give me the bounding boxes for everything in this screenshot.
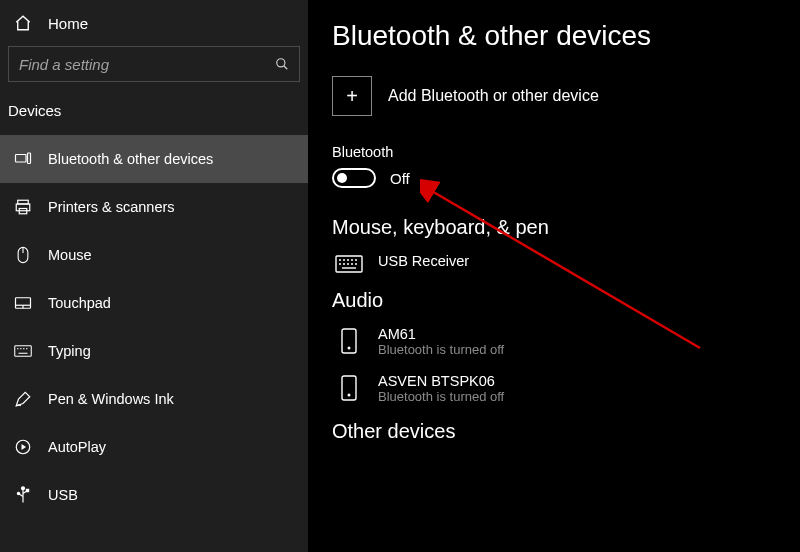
home-icon [12, 14, 34, 32]
mouse-icon [12, 246, 34, 264]
bluetooth-label: Bluetooth [332, 144, 776, 160]
svg-point-22 [17, 492, 19, 494]
keyboard-icon [332, 253, 366, 273]
section-audio-heading: Audio [332, 289, 776, 312]
device-name: ASVEN BTSPK06 [378, 373, 504, 389]
category-heading: Devices [0, 92, 308, 129]
device-name: AM61 [378, 326, 504, 342]
sidebar-item-label: AutoPlay [48, 439, 106, 455]
device-am61[interactable]: AM61 Bluetooth is turned off [332, 326, 776, 357]
sidebar-item-touchpad[interactable]: Touchpad [0, 279, 308, 327]
sidebar-nav: Bluetooth & other devices Printers & sca… [0, 135, 308, 519]
sidebar-item-typing[interactable]: Typing [0, 327, 308, 375]
sidebar-item-autoplay[interactable]: AutoPlay [0, 423, 308, 471]
printer-icon [12, 198, 34, 216]
plus-icon: + [332, 76, 372, 116]
svg-rect-23 [26, 489, 28, 491]
device-status: Bluetooth is turned off [378, 342, 504, 357]
usb-icon [12, 486, 34, 504]
svg-point-39 [348, 394, 351, 397]
main-panel: Bluetooth & other devices + Add Bluetoot… [308, 0, 800, 552]
add-device-button[interactable]: + Add Bluetooth or other device [332, 76, 776, 116]
keyboard-icon [12, 345, 34, 357]
svg-rect-5 [16, 204, 30, 211]
device-name: USB Receiver [378, 253, 469, 269]
sidebar-item-label: USB [48, 487, 78, 503]
sidebar-item-label: Mouse [48, 247, 92, 263]
audio-device-icon [332, 373, 366, 401]
devices-icon [12, 151, 34, 167]
section-mouse-kb-pen-heading: Mouse, keyboard, & pen [332, 216, 776, 239]
autoplay-icon [12, 438, 34, 456]
bluetooth-state: Off [390, 170, 410, 187]
search-field[interactable] [19, 56, 275, 73]
sidebar-item-label: Bluetooth & other devices [48, 151, 213, 167]
sidebar-item-label: Touchpad [48, 295, 111, 311]
sidebar-item-printers[interactable]: Printers & scanners [0, 183, 308, 231]
add-device-label: Add Bluetooth or other device [388, 87, 599, 105]
pen-icon [12, 390, 34, 408]
sidebar-item-label: Pen & Windows Ink [48, 391, 174, 407]
sidebar-item-pen[interactable]: Pen & Windows Ink [0, 375, 308, 423]
search-icon [275, 57, 289, 71]
svg-line-1 [284, 66, 288, 70]
svg-rect-3 [28, 153, 31, 164]
device-status: Bluetooth is turned off [378, 389, 504, 404]
sidebar-item-label: Typing [48, 343, 91, 359]
search-input[interactable] [8, 46, 300, 82]
sidebar-item-bluetooth-devices[interactable]: Bluetooth & other devices [0, 135, 308, 183]
svg-rect-12 [15, 346, 32, 357]
home-label: Home [48, 15, 88, 32]
sidebar-item-usb[interactable]: USB [0, 471, 308, 519]
sidebar-item-mouse[interactable]: Mouse [0, 231, 308, 279]
home-nav[interactable]: Home [0, 0, 308, 46]
bluetooth-toggle[interactable] [332, 168, 376, 188]
svg-point-37 [348, 347, 351, 350]
svg-marker-19 [22, 444, 27, 450]
svg-point-0 [277, 59, 285, 67]
sidebar: Home Devices Bluetooth & other devices [0, 0, 308, 552]
sidebar-item-label: Printers & scanners [48, 199, 175, 215]
svg-rect-2 [16, 155, 27, 163]
device-asven-btspk06[interactable]: ASVEN BTSPK06 Bluetooth is turned off [332, 373, 776, 404]
section-other-heading: Other devices [332, 420, 776, 443]
device-usb-receiver[interactable]: USB Receiver [332, 253, 776, 273]
audio-device-icon [332, 326, 366, 354]
touchpad-icon [12, 296, 34, 310]
page-title: Bluetooth & other devices [332, 20, 776, 52]
svg-point-21 [22, 487, 25, 490]
